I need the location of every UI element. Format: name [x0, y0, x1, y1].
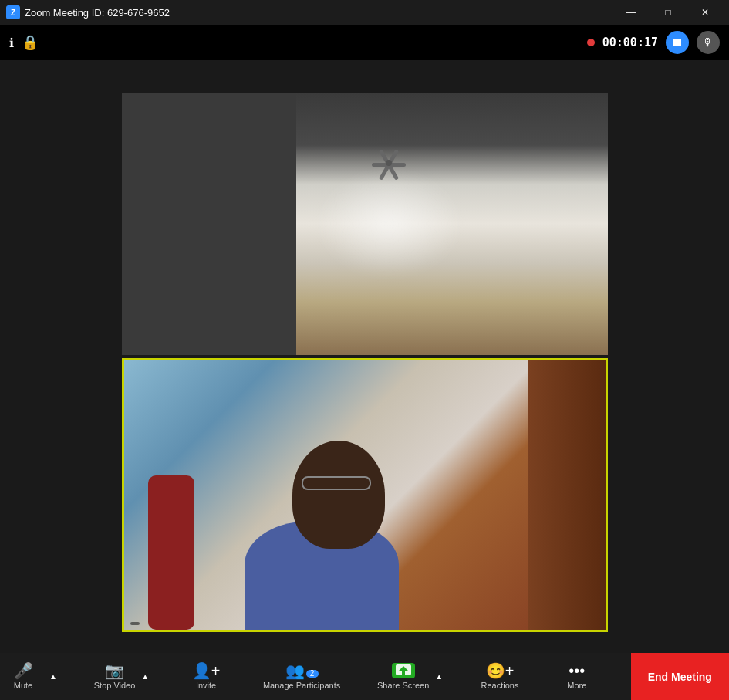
more-button[interactable]: ••• More [554, 653, 600, 700]
remote-video-content [122, 93, 608, 355]
minimize-button[interactable]: — [613, 0, 649, 25]
stop-video-label: Stop Video [94, 681, 136, 690]
more-section: ••• More [554, 653, 600, 700]
share-screen-icon [392, 663, 415, 678]
toolbar: 🎤 Mute ▲ 📷 Stop Video ▲ 👤+ Invite 👥2 Man… [0, 653, 729, 700]
local-nametag [130, 622, 140, 625]
title-bar-left: Z Zoom Meeting ID: 629-676-9652 [6, 5, 170, 19]
header-left: ℹ 🔒 [9, 34, 39, 51]
end-meeting-button[interactable]: End Meeting [631, 653, 729, 700]
manage-participants-button[interactable]: 👥2 Manage Participants [260, 653, 343, 700]
mute-button[interactable]: 🎤 Mute [0, 653, 46, 700]
share-screen-label: Share Screen [377, 681, 429, 690]
stop-video-section: 📷 Stop Video ▲ [91, 653, 153, 700]
title-text: Zoom Meeting ID: 629-676-9652 [25, 7, 170, 19]
mute-label: Mute [14, 681, 32, 690]
info-button[interactable]: ℹ [9, 36, 14, 50]
title-bar: Z Zoom Meeting ID: 629-676-9652 — □ ✕ [0, 0, 729, 25]
zoom-logo: Z [6, 5, 20, 19]
stop-recording-button[interactable] [666, 31, 689, 54]
mute-section: 🎤 Mute ▲ [0, 653, 60, 700]
chevron-up-icon-2: ▲ [141, 672, 149, 681]
lock-icon: 🔒 [22, 35, 39, 50]
mic-icon: 🎤 [14, 663, 33, 678]
mute-header-button[interactable]: 🎙 [697, 31, 720, 54]
more-icon: ••• [569, 663, 585, 678]
share-icon-box [392, 663, 415, 678]
reactions-section: 😊+ Reactions [477, 653, 523, 700]
mute-chevron[interactable]: ▲ [46, 653, 60, 700]
participants-icon: 👥2 [285, 663, 319, 678]
invite-icon: 👤+ [192, 663, 221, 678]
chevron-up-icon-3: ▲ [435, 672, 443, 681]
header-right: 00:00:17 🎙 [587, 31, 720, 54]
local-video-feed [124, 360, 606, 630]
maximize-button[interactable]: □ [650, 0, 686, 25]
security-lock-button[interactable]: 🔒 [22, 34, 39, 51]
manage-participants-section: 👥2 Manage Participants [260, 653, 343, 700]
local-video [122, 358, 608, 632]
chevron-up-icon: ▲ [49, 672, 57, 681]
red-clothing-accent [148, 475, 194, 630]
mic-header-icon: 🎙 [703, 36, 714, 49]
invite-label: Invite [196, 681, 216, 690]
reactions-icon: 😊+ [486, 663, 515, 678]
header-bar: ℹ 🔒 00:00:17 🎙 [0, 25, 729, 60]
reactions-label: Reactions [481, 681, 519, 690]
invite-section: 👤+ Invite [183, 653, 229, 700]
share-svg [396, 664, 411, 677]
share-screen-section: Share Screen ▲ [374, 653, 446, 700]
participants-badge: 2 [306, 670, 319, 678]
fan-center [386, 160, 392, 166]
share-chevron[interactable]: ▲ [432, 653, 446, 700]
recording-timer: 00:00:17 [602, 36, 658, 49]
fan-decoration [366, 140, 412, 186]
camera-icon: 📷 [105, 663, 124, 678]
share-screen-button[interactable]: Share Screen [374, 653, 432, 700]
wardrobe-background [528, 360, 606, 630]
stop-icon [673, 39, 681, 46]
recording-dot [587, 39, 595, 46]
stop-video-button[interactable]: 📷 Stop Video [91, 653, 139, 700]
info-icon: ℹ [9, 36, 14, 49]
video-chevron[interactable]: ▲ [138, 653, 152, 700]
title-bar-controls: — □ ✕ [613, 0, 723, 25]
invite-button[interactable]: 👤+ Invite [183, 653, 229, 700]
manage-participants-label: Manage Participants [263, 681, 340, 690]
reactions-button[interactable]: 😊+ Reactions [477, 653, 523, 700]
video-area [0, 60, 729, 654]
more-label: More [567, 681, 586, 690]
remote-video-feed [122, 93, 608, 355]
glasses [302, 476, 371, 490]
person-head [292, 441, 385, 549]
close-button[interactable]: ✕ [687, 0, 723, 25]
remote-video [122, 93, 608, 355]
